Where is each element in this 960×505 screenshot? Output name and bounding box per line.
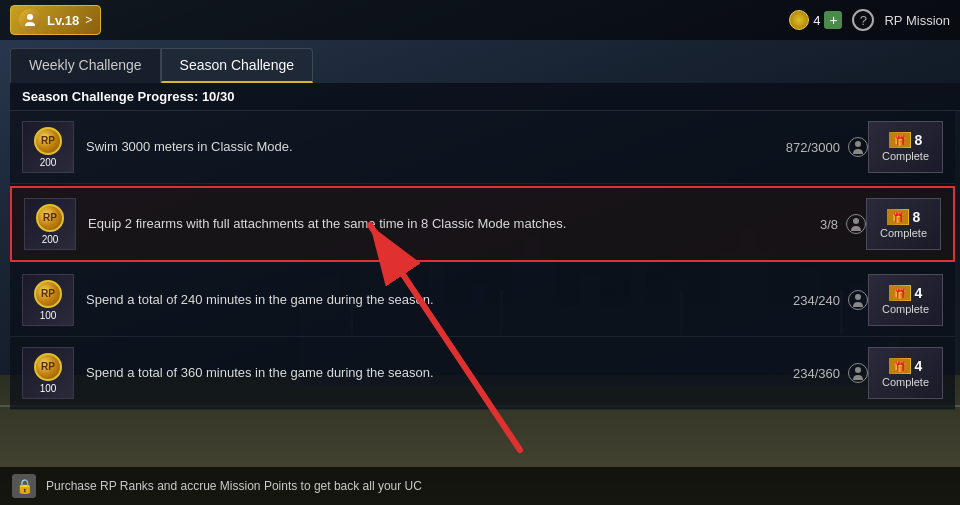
complete-button[interactable]: 🎁 8 Complete [868,121,943,173]
svg-point-5 [27,14,33,20]
add-coins-button[interactable]: + [824,11,842,29]
reward-badge: RP 200 [24,198,76,250]
challenge-description: Spend a total of 360 minutes in the game… [86,364,760,382]
player-level-badge[interactable]: Lv.18 > [10,5,101,35]
challenge-row: RP 100 Spend a total of 240 minutes in t… [10,264,955,337]
main-panel: Weekly Challenge Season Challenge Season… [10,48,960,410]
svg-text:🎁: 🎁 [894,134,907,147]
complete-text: Complete [882,376,929,388]
complete-icon: 🎁 [889,358,911,374]
complete-icon: 🎁 [889,285,911,301]
reward-points: 200 [42,234,59,245]
player-count-icon [846,214,866,234]
complete-num: 8 [915,132,923,148]
complete-button[interactable]: 🎁 4 Complete [868,274,943,326]
rp-coin-icon: RP [34,280,62,308]
challenge-description: Swim 3000 meters in Classic Mode. [86,138,760,156]
challenge-row: RP 200 Swim 3000 meters in Classic Mode.… [10,111,955,184]
svg-text:🎁: 🎁 [892,211,905,224]
rp-coin-icon: RP [34,127,62,155]
challenge-progress: 3/8 [758,217,838,232]
help-icon[interactable]: ? [852,9,874,31]
reward-points: 100 [40,383,57,394]
complete-num: 4 [915,285,923,301]
challenge-description: Spend a total of 240 minutes in the game… [86,291,760,309]
player-count-icon [848,137,868,157]
rp-mission-label: RP Mission [884,13,950,28]
complete-num: 8 [913,209,921,225]
challenge-list: RP 200 Swim 3000 meters in Classic Mode.… [10,111,955,410]
complete-text: Complete [882,303,929,315]
reward-badge: RP 200 [22,121,74,173]
reward-badge: RP 100 [22,347,74,399]
player-avatar-icon [19,9,41,31]
top-bar-right: 4 + ? RP Mission [789,9,950,31]
challenge-description: Equip 2 firearms with full attachments a… [88,215,758,233]
reward-points: 200 [40,157,57,168]
reward-points: 100 [40,310,57,321]
svg-point-6 [855,141,861,147]
coin-group: 4 + [789,10,842,30]
coin-count: 4 [813,13,820,28]
reward-badge: RP 100 [22,274,74,326]
svg-text:🎁: 🎁 [894,287,907,300]
progress-label: Season Challenge Progress: 10/30 [22,89,234,104]
coin-icon [789,10,809,30]
player-count-icon [848,290,868,310]
complete-text: Complete [882,150,929,162]
challenge-row-highlighted: RP 200 Equip 2 firearms with full attach… [10,186,955,262]
complete-icon: 🎁 [887,209,909,225]
level-text: Lv.18 [47,13,79,28]
challenge-progress: 234/240 [760,293,840,308]
complete-num: 4 [915,358,923,374]
challenge-tabs: Weekly Challenge Season Challenge [10,48,960,83]
complete-text: Complete [880,227,927,239]
bottom-bar-text: Purchase RP Ranks and accrue Mission Poi… [46,479,422,493]
rp-coin-icon: RP [36,204,64,232]
level-chevron: > [85,13,92,27]
complete-button[interactable]: 🎁 4 Complete [868,347,943,399]
player-count-icon [848,363,868,383]
svg-point-12 [855,294,861,300]
rp-coin-icon: RP [34,353,62,381]
tab-season[interactable]: Season Challenge [161,48,313,83]
top-bar: Lv.18 > 4 + ? RP Mission [0,0,960,40]
lock-icon: 🔒 [12,474,36,498]
challenge-row: RP 100 Spend a total of 360 minutes in t… [10,337,955,410]
tab-weekly[interactable]: Weekly Challenge [10,48,161,83]
svg-text:🎁: 🎁 [894,360,907,373]
svg-point-9 [853,218,859,224]
svg-point-15 [855,367,861,373]
bottom-bar: 🔒 Purchase RP Ranks and accrue Mission P… [0,467,960,505]
complete-button[interactable]: 🎁 8 Complete [866,198,941,250]
challenge-progress: 872/3000 [760,140,840,155]
challenge-progress: 234/360 [760,366,840,381]
complete-icon: 🎁 [889,132,911,148]
progress-bar-container: Season Challenge Progress: 10/30 [10,83,960,111]
